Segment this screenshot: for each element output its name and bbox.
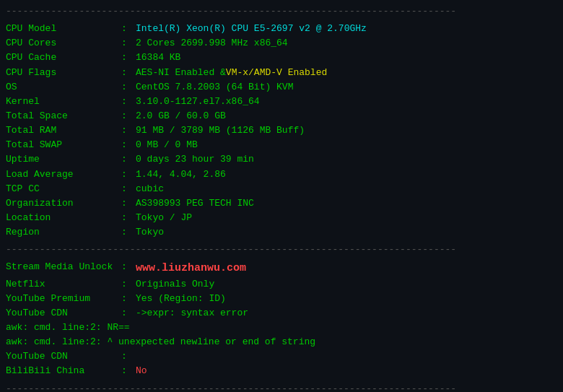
label-cpu-cores: CPU Cores <box>6 36 121 51</box>
value-organization: AS398993 PEG TECH INC <box>136 196 254 211</box>
row-total-space: Total Space : 2.0 GB / 60.0 GB <box>6 109 557 123</box>
label-total-ram: Total RAM <box>6 123 121 138</box>
row-youtube-cdn1: YouTube CDN : ->expr: syntax error <box>6 306 557 321</box>
label-kernel: Kernel <box>6 95 121 109</box>
label-tcp-cc: TCP CC <box>6 182 121 196</box>
value-youtube-cdn1: ->expr: syntax error <box>136 306 248 321</box>
row-location: Location : Tokyo / JP <box>6 211 557 225</box>
label-os: OS <box>6 80 121 95</box>
row-organization: Organization : AS398993 PEG TECH INC <box>6 196 557 211</box>
value-cpu-flags-part1: AES-NI Enabled & <box>136 66 226 80</box>
row-cpu-cores: CPU Cores : 2 Cores 2699.998 MHz x86_64 <box>6 36 557 51</box>
divider-2: ----------------------------------------… <box>0 241 563 258</box>
label-load-average: Load Average <box>6 167 121 182</box>
label-total-space: Total Space <box>6 109 121 123</box>
label-cpu-model: CPU Model <box>6 22 121 36</box>
value-kernel: 3.10.0-1127.el7.x86_64 <box>136 95 260 109</box>
label-location: Location <box>6 211 121 225</box>
row-uptime: Uptime : 0 days 23 hour 39 min <box>6 152 557 167</box>
row-load-average: Load Average : 1.44, 4.04, 2.86 <box>6 167 557 182</box>
colon-total-ram: : <box>121 123 136 138</box>
row-netflix: Netflix : Originals Only <box>6 277 557 292</box>
colon-cpu-model: : <box>121 22 136 36</box>
label-cpu-cache: CPU Cache <box>6 51 121 65</box>
colon-os: : <box>121 80 136 95</box>
value-youtube-premium: Yes (Region: ID) <box>136 292 226 306</box>
row-cpu-flags: CPU Flags : AES-NI Enabled & VM-x/AMD-V … <box>6 66 557 80</box>
value-uptime: 0 days 23 hour 39 min <box>136 152 254 167</box>
colon-location: : <box>121 211 136 225</box>
row-awk-line2: awk: cmd. line:2: ^ unexpected newline o… <box>6 335 557 349</box>
label-organization: Organization <box>6 196 121 211</box>
value-region: Tokyo <box>136 225 164 240</box>
system-info-section: CPU Model : Intel(R) Xeon(R) CPU E5-2697… <box>0 20 563 241</box>
value-cpu-cache: 16384 KB <box>136 51 180 65</box>
colon-load-average: : <box>121 167 136 182</box>
value-total-ram: 91 MB / 3789 MB (1126 MB Buff) <box>136 123 305 138</box>
value-cpu-flags-part2: VM-x/AMD-V Enabled <box>226 66 327 80</box>
colon-uptime: : <box>121 152 136 167</box>
value-bilibili-china: No <box>136 364 147 378</box>
value-awk-line1: awk: cmd. line:2: NR== <box>6 321 130 335</box>
colon-total-space: : <box>121 109 136 123</box>
row-youtube-premium: YouTube Premium : Yes (Region: ID) <box>6 292 557 306</box>
row-total-swap: Total SWAP : 0 MB / 0 MB <box>6 138 557 152</box>
colon-youtube-cdn2: : <box>121 349 136 364</box>
colon-youtube-cdn1: : <box>121 306 136 321</box>
colon-kernel: : <box>121 95 136 109</box>
label-uptime: Uptime <box>6 152 121 167</box>
value-load-average: 1.44, 4.04, 2.86 <box>136 167 226 182</box>
colon-tcp-cc: : <box>121 182 136 196</box>
row-tcp-cc: TCP CC : cubic <box>6 182 557 196</box>
colon-youtube-premium: : <box>121 292 136 306</box>
colon-cpu-flags: : <box>121 66 136 80</box>
label-youtube-premium: YouTube Premium <box>6 292 121 306</box>
divider-top: ----------------------------------------… <box>0 3 563 20</box>
row-total-ram: Total RAM : 91 MB / 3789 MB (1126 MB Buf… <box>6 123 557 138</box>
row-youtube-cdn2: YouTube CDN : <box>6 349 557 364</box>
value-cpu-cores: 2 Cores 2699.998 MHz x86_64 <box>136 36 288 51</box>
colon-cpu-cache: : <box>121 51 136 65</box>
value-awk-line2: awk: cmd. line:2: ^ unexpected newline o… <box>6 335 315 349</box>
label-youtube-cdn2: YouTube CDN <box>6 349 121 364</box>
label-stream-header: Stream Media Unlock <box>6 260 121 276</box>
row-awk-line1: awk: cmd. line:2: NR== <box>6 321 557 335</box>
divider-3: ----------------------------------------… <box>0 380 563 392</box>
colon-cpu-cores: : <box>121 36 136 51</box>
watermark-text: www.liuzhanwu.com <box>136 260 246 276</box>
colon-stream-header: : <box>121 260 136 276</box>
value-netflix: Originals Only <box>136 277 214 292</box>
colon-netflix: : <box>121 277 136 292</box>
value-location: Tokyo / JP <box>136 211 192 225</box>
colon-total-swap: : <box>121 138 136 152</box>
row-os: OS : CentOS 7.8.2003 (64 Bit) KVM <box>6 80 557 95</box>
row-cpu-cache: CPU Cache : 16384 KB <box>6 51 557 65</box>
row-stream-header: Stream Media Unlock : www.liuzhanwu.com <box>6 260 557 276</box>
value-cpu-model: Intel(R) Xeon(R) CPU E5-2697 v2 @ 2.70GH… <box>136 22 367 36</box>
label-cpu-flags: CPU Flags <box>6 66 121 80</box>
label-region: Region <box>6 225 121 240</box>
label-bilibili-china: BiliBili China <box>6 364 121 378</box>
colon-organization: : <box>121 196 136 211</box>
terminal-output: ----------------------------------------… <box>0 3 563 392</box>
value-total-space: 2.0 GB / 60.0 GB <box>136 109 226 123</box>
label-youtube-cdn1: YouTube CDN <box>6 306 121 321</box>
row-bilibili-china: BiliBili China : No <box>6 364 557 378</box>
value-os: CentOS 7.8.2003 (64 Bit) KVM <box>136 80 293 95</box>
colon-bilibili-china: : <box>121 364 136 378</box>
label-total-swap: Total SWAP <box>6 138 121 152</box>
row-kernel: Kernel : 3.10.0-1127.el7.x86_64 <box>6 95 557 109</box>
colon-region: : <box>121 225 136 240</box>
row-cpu-model: CPU Model : Intel(R) Xeon(R) CPU E5-2697… <box>6 22 557 36</box>
label-netflix: Netflix <box>6 277 121 292</box>
row-region: Region : Tokyo <box>6 225 557 240</box>
stream-media-section: Stream Media Unlock : www.liuzhanwu.com … <box>0 258 563 380</box>
value-tcp-cc: cubic <box>136 182 164 196</box>
value-total-swap: 0 MB / 0 MB <box>136 138 198 152</box>
